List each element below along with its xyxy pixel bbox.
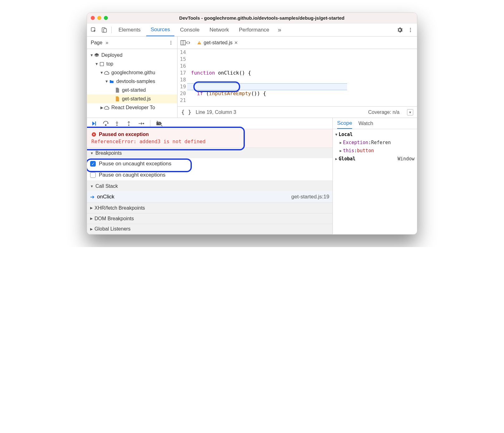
code-body: function onClick() { if (inputsAreEmpty(…	[189, 49, 347, 106]
kebab-menu-icon[interactable]	[406, 27, 415, 33]
editor-nav-icons[interactable]	[179, 40, 192, 46]
callstack-frame[interactable]: ➔ onClick get-started.js:19	[87, 191, 332, 202]
global-listeners-head[interactable]: ▶Global Listeners	[87, 224, 332, 234]
tree-deployed[interactable]: ▼Deployed	[87, 51, 177, 60]
tab-watch[interactable]: Watch	[358, 118, 373, 129]
cloud-icon	[104, 105, 109, 110]
current-frame-icon: ➔	[90, 194, 94, 200]
svg-point-7	[171, 42, 172, 43]
traffic-lights	[91, 16, 108, 20]
breakpoints-section-head[interactable]: ▼Breakpoints	[87, 148, 332, 158]
svg-point-13	[117, 125, 118, 126]
debugger-toolbar	[87, 118, 332, 129]
debugger-pane: Paused on exception ReferenceError: adde…	[87, 118, 417, 234]
callstack-section-head[interactable]: ▼Call Stack	[87, 181, 332, 191]
svg-point-8	[171, 44, 172, 45]
navigator-sidebar: Page » ▼Deployed ▼top ▼googlechrome.gith…	[87, 36, 177, 118]
scope-tabstrip: Scope Watch	[333, 118, 417, 129]
svg-point-5	[410, 31, 411, 32]
svg-point-6	[171, 41, 172, 42]
devtools-window: DevTools - googlechrome.github.io/devtoo…	[87, 12, 417, 235]
coverage-toggle-icon[interactable]: ▾	[407, 109, 413, 115]
dom-section-head[interactable]: ▶DOM Breakpoints	[87, 213, 332, 224]
step-icon[interactable]	[138, 121, 144, 126]
navigator-head: Page »	[87, 36, 177, 49]
tree-extension[interactable]: ▶React Developer To	[87, 103, 177, 112]
pretty-print-icon[interactable]: { }	[181, 109, 191, 115]
cloud-icon	[104, 70, 109, 75]
svg-rect-9	[100, 62, 103, 66]
close-tab-icon[interactable]: ✕	[234, 40, 238, 45]
coverage-label: Coverage: n/a	[368, 109, 400, 115]
debugger-left: Paused on exception ReferenceError: adde…	[87, 118, 333, 234]
tab-console[interactable]: Console	[176, 23, 204, 36]
pause-uncaught-row[interactable]: ✓ Pause on uncaught exceptions	[87, 158, 332, 169]
tree-origin[interactable]: ▼googlechrome.githu	[87, 68, 177, 77]
script-icon	[114, 96, 120, 102]
cursor-position: Line 19, Column 3	[196, 109, 236, 115]
tree-file-js[interactable]: get-started.js	[87, 95, 177, 103]
zoom-window-button[interactable]	[104, 16, 108, 20]
minimize-window-button[interactable]	[97, 16, 101, 20]
tree-file-html[interactable]: get-started	[87, 86, 177, 95]
line-gutter: 14 15 16 17 18 19 20 21	[177, 49, 189, 106]
checkbox-unchecked-icon[interactable]	[90, 172, 96, 178]
scope-local[interactable]: ▼Local	[333, 130, 417, 139]
svg-point-12	[105, 124, 106, 125]
step-over-icon[interactable]	[103, 120, 109, 127]
scope-panel: Scope Watch ▼Local ▶Exception: Referen ▶…	[333, 118, 417, 234]
more-tabs-icon[interactable]: »	[275, 26, 284, 33]
divider	[150, 120, 150, 127]
code-editor[interactable]: 14 15 16 17 18 19 20 21 function onClick…	[177, 49, 417, 106]
paused-message: Paused on exception ReferenceError: adde…	[87, 129, 332, 148]
settings-icon[interactable]	[395, 27, 405, 33]
file-tabstrip: get-started.js ✕	[177, 36, 417, 49]
folder-icon	[109, 79, 114, 84]
frame-location: get-started.js:19	[291, 194, 329, 200]
document-icon	[114, 87, 120, 93]
main-split: Page » ▼Deployed ▼top ▼googlechrome.gith…	[87, 36, 417, 118]
device-toolbar-icon[interactable]	[99, 27, 109, 33]
tab-sources[interactable]: Sources	[146, 23, 174, 36]
tab-performance[interactable]: Performance	[235, 23, 274, 36]
svg-point-3	[410, 28, 411, 29]
navigator-more-tabs-icon[interactable]: »	[105, 40, 108, 46]
pause-caught-row[interactable]: Pause on caught exceptions	[87, 169, 332, 181]
svg-rect-11	[95, 121, 96, 125]
file-tab-getstarted[interactable]: get-started.js ✕	[194, 36, 241, 49]
step-into-icon[interactable]	[114, 120, 121, 127]
xhr-section-head[interactable]: ▶XHR/fetch Breakpoints	[87, 202, 332, 213]
svg-point-15	[143, 123, 144, 124]
step-out-icon[interactable]	[126, 120, 133, 127]
editor-status-bar: { } Line 19, Column 3 Coverage: n/a ▾	[177, 106, 417, 118]
scope-exception[interactable]: ▶Exception: Referen	[333, 139, 417, 147]
tab-elements[interactable]: Elements	[114, 23, 145, 36]
paused-error-text: ReferenceError: addend3 is not defined	[91, 139, 328, 144]
inspect-element-icon[interactable]	[89, 27, 98, 33]
panel-tabstrip: Elements Sources Console Network Perform…	[87, 23, 417, 36]
deactivate-breakpoints-icon[interactable]	[156, 121, 162, 126]
file-tree: ▼Deployed ▼top ▼googlechrome.githu ▼devt…	[87, 49, 177, 114]
window-title: DevTools - googlechrome.github.io/devtoo…	[110, 15, 413, 21]
tab-network[interactable]: Network	[205, 23, 233, 36]
divider	[111, 27, 112, 33]
frame-icon	[99, 61, 104, 67]
tree-folder[interactable]: ▼devtools-samples	[87, 77, 177, 86]
tree-top[interactable]: ▼top	[87, 60, 177, 68]
titlebar: DevTools - googlechrome.github.io/devtoo…	[87, 13, 417, 23]
file-tab-label: get-started.js	[204, 40, 232, 46]
resume-icon[interactable]	[91, 120, 97, 127]
svg-rect-2	[104, 28, 106, 32]
svg-point-4	[410, 29, 411, 30]
navigator-menu-icon[interactable]	[168, 40, 173, 45]
checkbox-checked-icon[interactable]: ✓	[90, 161, 96, 167]
close-window-button[interactable]	[91, 16, 95, 20]
error-circle-icon	[91, 132, 96, 137]
scope-this[interactable]: ▶this: button	[333, 147, 417, 155]
paused-title: Paused on exception	[99, 132, 149, 137]
scope-global[interactable]: ▶GlobalWindow	[333, 155, 417, 163]
scope-tree: ▼Local ▶Exception: Referen ▶this: button…	[333, 129, 417, 164]
warning-icon	[197, 40, 202, 45]
navigator-tab-page[interactable]: Page	[91, 40, 102, 46]
tab-scope[interactable]: Scope	[337, 118, 352, 129]
